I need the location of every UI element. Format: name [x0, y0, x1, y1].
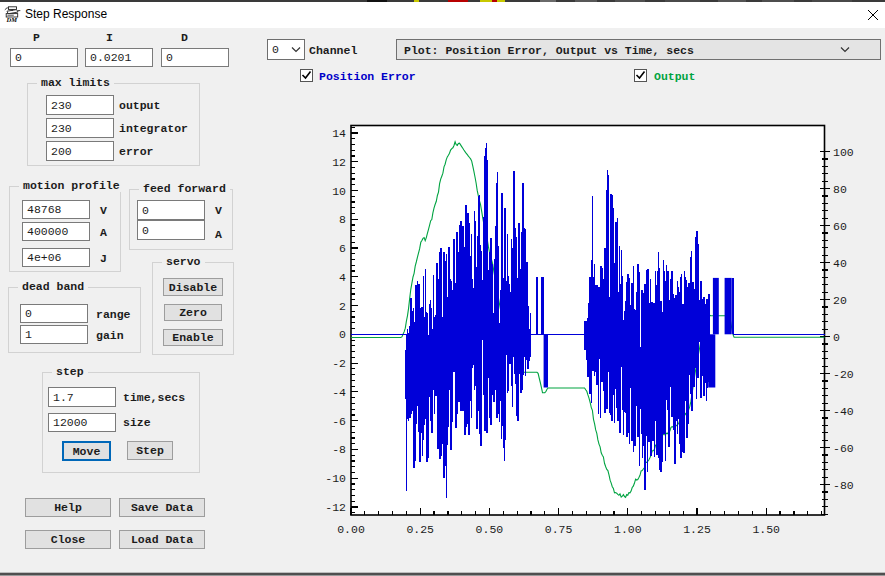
svg-text:2: 2: [339, 300, 346, 313]
svg-text:-4: -4: [332, 386, 346, 399]
svg-text:1.25: 1.25: [683, 523, 711, 536]
svg-text:14: 14: [332, 127, 346, 140]
svg-text:80: 80: [833, 183, 847, 196]
svg-text:1.00: 1.00: [614, 523, 642, 536]
svg-text:-40: -40: [833, 405, 854, 418]
svg-text:8: 8: [339, 213, 346, 226]
svg-text:0: 0: [339, 328, 346, 341]
svg-text:12: 12: [332, 156, 346, 169]
svg-text:-10: -10: [325, 472, 346, 485]
svg-text:6: 6: [339, 242, 346, 255]
svg-text:0.00: 0.00: [337, 523, 365, 536]
svg-text:0: 0: [833, 331, 840, 344]
svg-text:-2: -2: [332, 357, 346, 370]
svg-text:-6: -6: [332, 415, 346, 428]
svg-text:40: 40: [833, 257, 847, 270]
svg-text:0.50: 0.50: [476, 523, 504, 536]
svg-text:-20: -20: [833, 368, 854, 381]
svg-text:20: 20: [833, 294, 847, 307]
svg-text:0.25: 0.25: [406, 523, 434, 536]
svg-text:60: 60: [833, 220, 847, 233]
svg-text:-80: -80: [833, 479, 854, 492]
svg-text:-60: -60: [833, 442, 854, 455]
svg-text:0.75: 0.75: [545, 523, 573, 536]
svg-text:1.50: 1.50: [752, 523, 780, 536]
svg-text:100: 100: [833, 146, 854, 159]
svg-text:-12: -12: [325, 501, 346, 514]
svg-text:4: 4: [339, 271, 346, 284]
svg-text:10: 10: [332, 185, 346, 198]
svg-text:-8: -8: [332, 443, 346, 456]
